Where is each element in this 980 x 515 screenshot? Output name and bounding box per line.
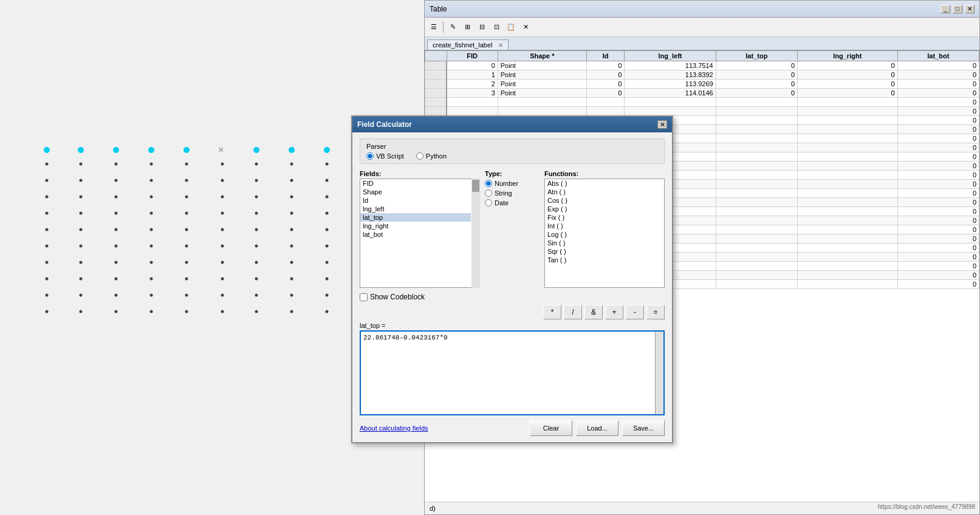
- fields-list-item[interactable]: Id: [360, 196, 471, 205]
- type-number-option[interactable]: Number: [485, 180, 540, 187]
- vbscript-label: VB Script: [376, 152, 404, 160]
- vbscript-radio[interactable]: [366, 152, 374, 160]
- toolbar-btn-2[interactable]: ✎: [446, 21, 459, 34]
- fields-list-item[interactable]: lat_top: [360, 213, 471, 222]
- fields-scrollbar-thumb: [472, 180, 479, 192]
- op-divide[interactable]: /: [564, 305, 582, 319]
- parser-section: Parser VB Script Python: [360, 138, 665, 164]
- parser-label: Parser: [366, 143, 658, 150]
- fields-scrollbar[interactable]: [471, 179, 480, 288]
- fields-list-item[interactable]: lng_right: [360, 222, 471, 230]
- type-string-label: String: [495, 189, 512, 197]
- functions-list-item[interactable]: Fix ( ): [545, 213, 664, 222]
- type-radio-group: Number String Date: [485, 180, 540, 206]
- type-column: Type: Number String Date: [485, 170, 540, 288]
- op-equals[interactable]: =: [646, 305, 665, 319]
- table-titlebar: Table _ □ ✕: [425, 1, 979, 18]
- table-row: 0Point0113.7514000: [425, 61, 979, 70]
- field-calculator-dialog: Field Calculator ✕ Parser VB Script Pyth…: [351, 115, 673, 443]
- operators-row: * / & + - =: [360, 305, 665, 319]
- type-number-radio[interactable]: [485, 180, 492, 187]
- type-date-option[interactable]: Date: [485, 199, 540, 206]
- table-header-row: FID Shape * Id lng_left lat_top lng_righ…: [425, 51, 979, 61]
- dialog-close-button[interactable]: ✕: [657, 120, 667, 129]
- toolbar-btn-1[interactable]: ☰: [427, 21, 440, 34]
- col-header-id[interactable]: Id: [586, 51, 624, 61]
- dialog-titlebar: Field Calculator ✕: [352, 117, 672, 132]
- toolbar-btn-6[interactable]: 📋: [504, 21, 518, 34]
- table-row: 1Point0113.8392000: [425, 70, 979, 80]
- col-header-lat-top[interactable]: lat_top: [716, 51, 797, 61]
- table-row: 0: [425, 98, 979, 107]
- close-btn[interactable]: ✕: [965, 5, 975, 13]
- functions-list-item[interactable]: Cos ( ): [545, 196, 664, 205]
- python-option[interactable]: Python: [416, 152, 447, 160]
- col-header-shape[interactable]: Shape *: [498, 51, 586, 61]
- dialog-content: Parser VB Script Python Fields: FIDShape: [352, 132, 672, 442]
- type-string-radio[interactable]: [485, 189, 492, 197]
- python-radio[interactable]: [416, 152, 423, 160]
- table-toolbar: ☰ ✎ ⊞ ⊟ ⊡ 📋 ✕: [425, 18, 979, 37]
- fields-listbox[interactable]: FIDShapeIdlng_leftlat_toplng_rightlat_bo…: [360, 179, 480, 288]
- type-number-label: Number: [495, 180, 518, 187]
- type-date-radio[interactable]: [485, 199, 492, 206]
- toolbar-btn-3[interactable]: ⊞: [461, 21, 474, 34]
- load-button[interactable]: Load...: [576, 420, 618, 436]
- python-label: Python: [426, 152, 447, 160]
- parser-options: VB Script Python: [366, 152, 658, 160]
- col-header-fid[interactable]: FID: [447, 51, 498, 61]
- fields-label: Fields:: [360, 170, 480, 177]
- dialog-title: Field Calculator: [357, 120, 412, 129]
- table-tab[interactable]: create_fishnet_label ✕: [427, 39, 509, 50]
- fields-list-item[interactable]: lat_bot: [360, 230, 471, 239]
- expression-scrollbar[interactable]: [655, 332, 663, 414]
- fields-list-wrapper: FIDShapeIdlng_leftlat_toplng_rightlat_bo…: [360, 179, 480, 288]
- col-header-lng-right[interactable]: lng_right: [798, 51, 898, 61]
- toolbar-btn-7[interactable]: ✕: [519, 21, 532, 34]
- op-ampersand[interactable]: &: [584, 305, 603, 319]
- three-columns: Fields: FIDShapeIdlng_leftlat_toplng_rig…: [360, 170, 665, 288]
- functions-list-item[interactable]: Sin ( ): [545, 239, 664, 247]
- titlebar-buttons: _ □ ✕: [941, 5, 975, 13]
- op-plus[interactable]: +: [605, 305, 623, 319]
- type-label: Type:: [485, 170, 540, 177]
- toolbar-btn-5[interactable]: ⊡: [490, 21, 503, 34]
- table-tab-close-icon[interactable]: ✕: [498, 42, 503, 49]
- expression-textarea[interactable]: [361, 332, 655, 414]
- maximize-btn[interactable]: □: [953, 5, 962, 13]
- op-minus[interactable]: -: [626, 305, 644, 319]
- calc-link[interactable]: About calculating fields: [360, 425, 428, 432]
- show-codeblock-checkbox[interactable]: [360, 293, 368, 301]
- functions-list-item[interactable]: Tan ( ): [545, 256, 664, 264]
- col-header-indicator[interactable]: [425, 51, 447, 61]
- op-multiply[interactable]: *: [543, 305, 561, 319]
- functions-list-item[interactable]: Sqr ( ): [545, 247, 664, 256]
- vbscript-option[interactable]: VB Script: [366, 152, 404, 160]
- fields-list-item[interactable]: lng_left: [360, 205, 471, 213]
- functions-listbox[interactable]: Abs ( )Atn ( )Cos ( )Exp ( )Fix ( )Int (…: [544, 179, 665, 288]
- bottom-buttons: Clear Load... Save...: [530, 420, 665, 436]
- show-codeblock-label: Show Codeblock: [370, 293, 425, 301]
- fields-list-item[interactable]: Shape: [360, 188, 471, 196]
- save-button[interactable]: Save...: [622, 420, 665, 436]
- type-string-option[interactable]: String: [485, 189, 540, 197]
- bottom-row: About calculating fields Clear Load... S…: [360, 420, 665, 436]
- show-codeblock-row: Show Codeblock: [360, 293, 665, 301]
- functions-list-item[interactable]: Exp ( ): [545, 205, 664, 213]
- minimize-btn[interactable]: _: [941, 5, 950, 13]
- functions-list-item[interactable]: Abs ( ): [545, 179, 664, 188]
- table-row: 0: [425, 107, 979, 116]
- functions-list-item[interactable]: Int ( ): [545, 222, 664, 230]
- col-header-lat-bot[interactable]: lat_bot: [897, 51, 979, 61]
- toolbar-sep-1: [443, 22, 444, 33]
- functions-list-item[interactable]: Atn ( ): [545, 188, 664, 196]
- fields-column: Fields: FIDShapeIdlng_leftlat_toplng_rig…: [360, 170, 480, 288]
- fields-list-item[interactable]: FID: [360, 179, 471, 188]
- col-header-lng-left[interactable]: lng_left: [625, 51, 716, 61]
- clear-button[interactable]: Clear: [530, 420, 572, 436]
- toolbar-btn-4[interactable]: ⊟: [475, 21, 488, 34]
- functions-label: Functions:: [544, 170, 665, 177]
- table-window-title: Table: [430, 5, 447, 13]
- functions-list-item[interactable]: Log ( ): [545, 230, 664, 239]
- expression-area-wrapper: [360, 330, 665, 415]
